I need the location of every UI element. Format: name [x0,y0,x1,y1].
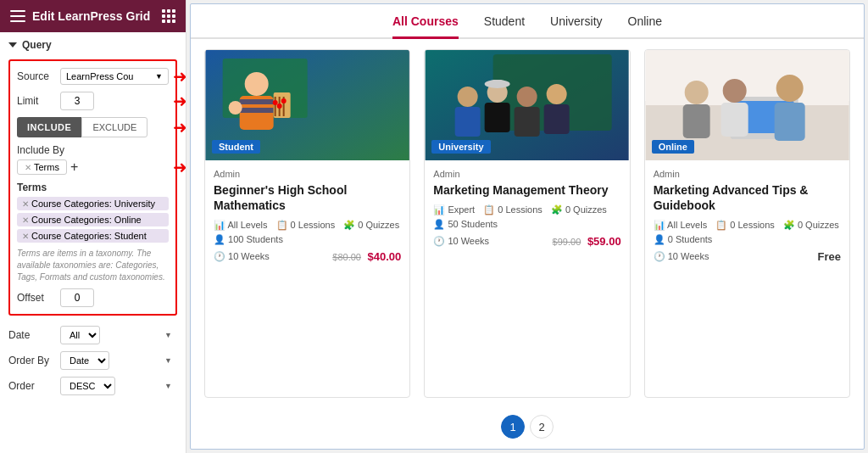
offset-label: Offset [17,292,55,304]
include-exclude-group: INCLUDE EXCLUDE ➜ [17,117,169,137]
svg-rect-5 [240,99,274,104]
course-image-1: University [425,50,629,160]
terms-section-label: Terms [17,182,169,193]
order-row: Order DESC [8,377,177,395]
sidebar-content: Query Source LearnPress Cou ▼ ➜ Limit 3 … [0,32,186,453]
course-lessons-0: 📋 0 Lessions [276,220,336,231]
course-meta-2: 📊 All Levels 📋 0 Lessions 🧩 0 Quizzes 👤 … [654,220,841,245]
remove-term-student-icon[interactable]: ✕ [22,232,29,241]
order-select[interactable]: DESC [60,377,115,395]
course-students-2: 👤 0 Students [654,234,713,245]
course-quizzes-2: 🧩 0 Quizzes [783,220,839,231]
sidebar: Edit LearnPress Grid Query Source LearnP… [0,0,186,453]
limit-input[interactable]: 3 [60,92,94,110]
term-online-label: Course Categories: Online [31,215,142,225]
offset-input[interactable] [60,288,94,307]
course-price-free-2: Free [818,250,841,263]
course-author-2: Admin [654,169,841,179]
course-duration-2: 🕐 10 Weeks [654,251,709,262]
course-price-0: $80.00 $40.00 [332,250,401,263]
source-row: Source LearnPress Cou ▼ ➜ [17,68,169,85]
svg-rect-37 [721,103,748,137]
term-online: ✕ Course Categories: Online [17,213,169,226]
source-select[interactable]: LearnPress Cou ▼ [60,68,169,85]
page-1-button[interactable]: 1 [501,415,525,439]
remove-terms-icon[interactable]: ✕ [25,163,31,172]
svg-rect-26 [544,104,570,134]
svg-point-14 [229,101,242,115]
tab-all-courses[interactable]: All Courses [392,14,459,39]
svg-rect-22 [493,80,502,87]
course-footer-2: 🕐 10 Weeks Free [654,250,841,263]
order-by-select[interactable]: Date [60,351,109,370]
remove-term-online-icon[interactable]: ✕ [22,215,29,225]
remove-term-icon[interactable]: ✕ [22,199,29,209]
other-fields: Date All Order By Date Order [8,322,177,405]
source-label: Source [17,70,55,82]
order-by-select-wrap: Date [60,351,177,370]
term-student: ✕ Course Categories: Student [17,229,169,243]
apps-icon[interactable] [162,9,175,23]
course-title-1[interactable]: Marketing Management Theory [433,182,620,198]
course-meta-0: 📊 All Levels 📋 0 Lessions 🧩 0 Quizzes 👤 … [214,220,401,245]
svg-point-12 [277,103,282,109]
course-badge-0: Student [212,140,260,154]
date-row: Date All [8,326,177,344]
page-2-button[interactable]: 2 [530,415,554,439]
course-badge-1: University [431,140,490,154]
include-button[interactable]: INCLUDE [17,117,81,137]
course-quizzes-0: 🧩 0 Quizzes [343,220,399,231]
date-select-wrap: All [60,326,177,344]
query-section[interactable]: Query [8,39,177,51]
tab-student[interactable]: Student [484,14,525,39]
course-body-0: Admin Beginner's High School Mathematics… [205,160,409,270]
exclude-button[interactable]: EXCLUDE [81,117,147,137]
date-select[interactable]: All [60,326,100,344]
source-dropdown-icon: ▼ [155,72,163,81]
course-level-0: 📊 All Levels [214,220,268,231]
course-price-1: $99.00 $59.00 [553,235,621,248]
main-content: All Courses Student University Online [190,3,865,450]
menu-icon[interactable] [10,10,25,22]
chevron-down-icon [8,42,17,48]
tab-online[interactable]: Online [628,14,662,39]
course-duration-0: 🕐 10 Weeks [214,251,270,262]
limit-row: Limit 3 ➜ [17,92,169,110]
course-duration-1: 🕐 10 Weeks [433,236,489,247]
query-box: Source LearnPress Cou ▼ ➜ Limit 3 ➜ INCL… [8,59,177,316]
include-by-label: Include By [17,144,169,156]
tab-university[interactable]: University [550,14,602,39]
include-by-arrow-icon: ➜ [173,157,186,177]
terms-tag[interactable]: ✕ Terms [17,159,67,175]
terms-note: Terms are items in a taxonomy. The avail… [17,248,169,283]
course-students-1: 👤 50 Students [433,219,498,230]
offset-row: Offset [17,288,169,307]
course-quizzes-1: 🧩 0 Quizzes [551,204,607,215]
svg-point-13 [281,98,287,103]
query-label: Query [22,39,52,51]
add-tag-button[interactable]: + [70,160,78,174]
svg-point-36 [722,79,746,103]
sidebar-title: Edit LearnPress Grid [32,9,150,23]
source-value: LearnPress Cou [66,71,134,81]
term-university: ✕ Course Categories: University [17,197,169,210]
svg-rect-18 [455,107,481,137]
course-title-0[interactable]: Beginner's High School Mathematics [214,182,401,213]
pagination: 1 2 [191,408,864,449]
limit-label: Limit [17,95,55,107]
course-footer-0: 🕐 10 Weeks $80.00 $40.00 [214,250,401,263]
svg-point-34 [684,81,708,104]
source-arrow-icon: ➜ [173,66,186,87]
course-title-2[interactable]: Marketing Advanced Tips & Guidebook [654,182,841,213]
svg-rect-24 [515,107,540,137]
limit-arrow-icon: ➜ [173,91,186,111]
course-footer-1: 🕐 10 Weeks $99.00 $59.00 [433,235,620,248]
sidebar-header: Edit LearnPress Grid [0,0,186,32]
svg-point-11 [273,100,278,105]
course-students-0: 👤 100 Students [214,234,283,245]
svg-rect-33 [774,103,804,141]
term-university-label: Course Categories: University [31,199,155,209]
svg-rect-35 [682,104,709,138]
term-student-label: Course Categories: Student [31,231,147,241]
terms-tag-label: Terms [34,162,59,172]
